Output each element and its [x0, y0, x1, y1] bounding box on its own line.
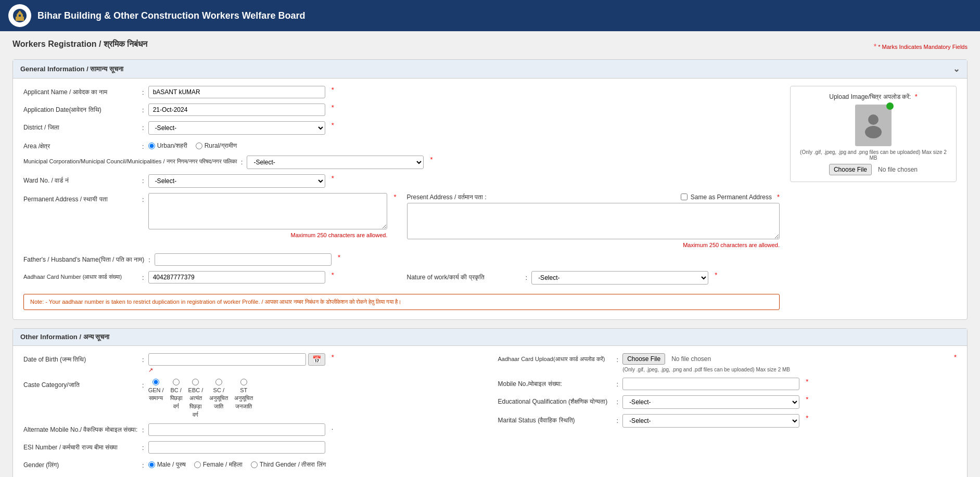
svg-rect-2 — [17, 15, 19, 17]
district-label: District / जिला — [23, 121, 138, 131]
municipal-select[interactable]: -Select- — [247, 156, 424, 169]
other-right-col: Aadhaar Card Upload(आधार कार्ड अपलोड करे… — [498, 353, 957, 474]
mobile-input[interactable] — [622, 378, 799, 390]
aadhaar-row: Aadhaar Card Number (आधार कार्ड संख्या) … — [23, 271, 397, 285]
collapse-arrow[interactable]: ⌄ — [953, 64, 960, 74]
area-rural-option[interactable]: Rural/ग्रामीण — [196, 142, 237, 149]
marital-row: Marital Status (वैवाहिक स्थिति) : -Selec… — [498, 414, 957, 428]
general-left-col: Applicant Name / आवेदक का नाम : * Applic… — [23, 86, 780, 312]
application-date-input[interactable] — [148, 104, 325, 116]
area-row: Area /क्षेत्र : Urban/शहरी Rural/ग्रामीण — [23, 140, 780, 150]
upload-status-dot — [886, 102, 894, 110]
education-label: Educational Qualification (शैक्षणिक योग्… — [498, 395, 613, 405]
avatar-container — [855, 105, 892, 149]
mandatory-note: * * Marks Indicates Mandatory Fields — [874, 42, 968, 50]
alt-mobile-input[interactable] — [148, 423, 325, 436]
aadhaar-file-note: (Only .gif, .jpeg, .jpg, .png and .pdf f… — [622, 367, 948, 372]
caste-sc[interactable]: SC / अनुसूचित जाति — [209, 379, 228, 418]
education-select[interactable]: -Select- — [622, 395, 799, 409]
area-radio-group: Urban/शहरी Rural/ग्रामीण — [148, 140, 237, 149]
dob-arrow: ↗ — [148, 367, 325, 373]
other-left-col: Date of Birth (जन्म तिथि) : 📅 ↗ * — [23, 353, 482, 474]
caste-st[interactable]: ST अनुसूचित जनजाति — [234, 379, 253, 418]
present-address-input[interactable] — [407, 203, 780, 239]
general-section-body: Applicant Name / आवेदक का नाम : * Applic… — [13, 79, 967, 319]
ward-select[interactable]: -Select- — [148, 174, 325, 188]
ward-row: Ward No. / वार्ड नं : -Select- * — [23, 174, 780, 188]
aadhaar-choose-file-button[interactable]: Choose File — [622, 353, 665, 365]
image-upload-col: Upload Image/चित्र अपलोड करें: * — [790, 86, 957, 312]
nature-work-select[interactable]: -Select- — [531, 271, 708, 285]
aadhaar-upload-label: Aadhaar Card Upload(आधार कार्ड अपलोड करे… — [498, 353, 613, 363]
permanent-address-label: Permanent Address / स्थायी पता — [23, 193, 138, 203]
svg-point-5 — [868, 114, 879, 125]
gender-label: Gender (लिंग) — [23, 459, 138, 469]
gender-third[interactable]: Third Gender / तीसरा लिंग — [251, 461, 326, 468]
fathers-name-row: Father's / Husband's Name(पिता / पति का … — [23, 253, 780, 266]
image-upload-title: Upload Image/चित्र अपलोड करें: * — [797, 93, 950, 100]
area-urban-option[interactable]: Urban/शहरी — [148, 142, 187, 149]
applicant-name-input[interactable] — [148, 86, 325, 98]
municipal-label: Municipal Corporation/Municipal Council/… — [23, 156, 237, 165]
fathers-name-label: Father's / Husband's Name(पिता / पति का … — [23, 253, 144, 263]
mobile-label: Mobile No./मोबाइल संख्या: — [498, 378, 613, 388]
aadhaar-file-name: No file chosen — [671, 355, 711, 363]
area-label: Area /क्षेत्र — [23, 140, 138, 150]
permanent-address-row: Permanent Address / स्थायी पता : Maximum… — [23, 193, 397, 238]
calendar-button[interactable]: 📅 — [308, 353, 325, 366]
alt-mobile-label: Alternate Mobile No./ वैकल्पिक मोबाइल सं… — [23, 423, 138, 433]
present-address-max-chars: Maximum 250 characters are allowed. — [407, 242, 780, 248]
same-address-checkbox[interactable] — [681, 194, 688, 200]
gender-male[interactable]: Male / पुरुष — [148, 461, 186, 468]
gender-female[interactable]: Female / महिला — [194, 461, 243, 468]
svg-rect-1 — [16, 17, 24, 21]
address-area: Permanent Address / स्थायी पता : Maximum… — [23, 193, 780, 248]
caste-gen[interactable]: GEN / सामान्य — [148, 379, 164, 418]
general-section-header: General Information / सामान्य सूचना ⌄ — [13, 60, 967, 79]
ward-label: Ward No. / वार्ड नं — [23, 174, 138, 184]
svg-point-6 — [865, 126, 882, 138]
esi-row: ESI Number / कर्मचारी राज्य बीमा संख्या … — [23, 441, 482, 454]
fathers-name-input[interactable] — [155, 253, 332, 266]
caste-group: GEN / सामान्य BC / पिछड़ा वर्ग — [148, 379, 253, 418]
application-date-label: Application Date(आवेदन तिथि) — [23, 104, 138, 113]
present-address-col: Present Address / वर्तमान पता : Same as … — [407, 193, 780, 248]
dob-label: Date of Birth (जन्म तिथि) — [23, 353, 138, 363]
page-container: Workers Registration / श्रमिक निबंधन * *… — [0, 31, 980, 477]
other-two-col: Date of Birth (जन्म तिथि) : 📅 ↗ * — [23, 353, 957, 474]
marital-select[interactable]: -Select- — [622, 414, 799, 428]
dob-input-wrap: 📅 — [148, 353, 325, 366]
municipal-row: Municipal Corporation/Municipal Council/… — [23, 156, 780, 169]
aadhaar-input[interactable] — [148, 271, 325, 283]
dob-row: Date of Birth (जन्म तिथि) : 📅 ↗ * — [23, 353, 482, 373]
dob-input[interactable] — [148, 353, 306, 366]
image-note: (Only .gif, .jpeg, .jpg and .png files c… — [797, 149, 950, 161]
marital-label: Marital Status (वैवाहिक स्थिति) — [498, 414, 613, 424]
caste-bc[interactable]: BC / पिछड़ा वर्ग — [170, 379, 182, 418]
mobile-row: Mobile No./मोबाइल संख्या: : * — [498, 378, 957, 390]
page-title: Workers Registration / श्रमिक निबंधन — [12, 40, 147, 49]
caste-row: Caste Category/जाति : GEN / सामान्य BC / — [23, 379, 482, 418]
aadhaar-nature-row: Aadhaar Card Number (आधार कार्ड संख्या) … — [23, 271, 780, 290]
permanent-address-col: Permanent Address / स्थायी पता : Maximum… — [23, 193, 397, 248]
esi-label: ESI Number / कर्मचारी राज्य बीमा संख्या — [23, 441, 138, 451]
aadhaar-note-box: Note: - Your aadhaar number is taken to … — [23, 294, 780, 310]
application-date-row: Application Date(आवेदन तिथि) : * — [23, 104, 780, 116]
header-title: Bihar Building & Other Construction Work… — [37, 10, 305, 21]
svg-rect-3 — [21, 15, 23, 17]
gender-radio-group: Male / पुरुष Female / महिला Third Gender… — [148, 459, 326, 468]
nature-work-row: Nature of work/कार्य की प्रकृति : -Selec… — [407, 271, 780, 285]
caste-ebc[interactable]: EBC / अत्यंत पिछड़ा वर्ग — [188, 379, 203, 418]
same-address-check[interactable]: Same as Permanent Address * — [681, 193, 780, 201]
image-choose-file-button[interactable]: Choose File — [829, 164, 872, 175]
district-select[interactable]: -Select- — [148, 121, 325, 135]
image-file-name: No file chosen — [878, 166, 918, 173]
image-file-choose-row: Choose File No file chosen — [797, 164, 950, 175]
permanent-address-input[interactable] — [148, 193, 388, 229]
esi-input[interactable] — [148, 441, 325, 454]
aadhaar-label: Aadhaar Card Number (आधार कार्ड संख्या) — [23, 271, 138, 280]
image-upload-box: Upload Image/चित्र अपलोड करें: * — [790, 86, 957, 182]
alt-mobile-row: Alternate Mobile No./ वैकल्पिक मोबाइल सं… — [23, 423, 482, 436]
other-section-header: Other Information / अन्य सूचना — [13, 329, 967, 346]
general-section: General Information / सामान्य सूचना ⌄ Ap… — [12, 59, 968, 320]
